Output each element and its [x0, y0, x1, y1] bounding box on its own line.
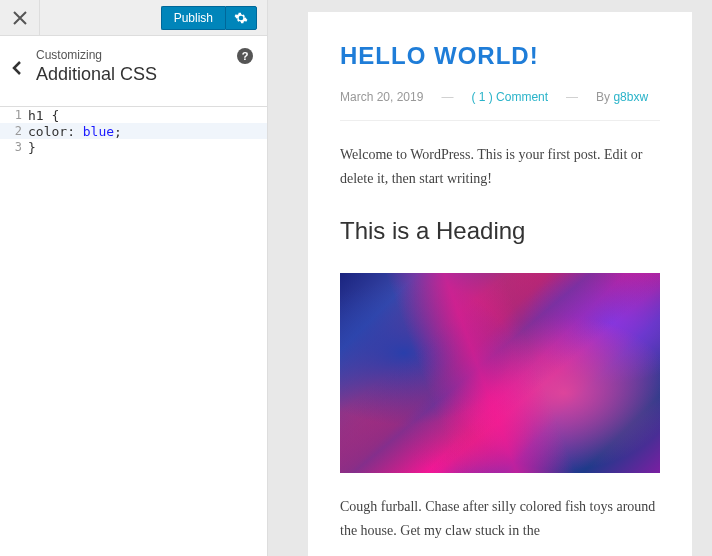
section-labels: Customizing Additional CSS	[36, 48, 253, 85]
preview-area: HELLO WORLD! March 20, 2019 — ( 1 ) Comm…	[268, 0, 712, 556]
css-code-editor[interactable]: 1 h1 { 2 color: blue; 3 }	[0, 107, 267, 556]
chevron-left-icon	[12, 60, 22, 76]
byline: By g8bxw	[596, 90, 648, 104]
post-card: HELLO WORLD! March 20, 2019 — ( 1 ) Comm…	[308, 12, 692, 556]
line-number: 3	[0, 139, 28, 155]
help-button[interactable]: ?	[237, 48, 253, 64]
code-text: h1 {	[28, 107, 267, 123]
customizing-label: Customizing	[36, 48, 253, 62]
code-text: }	[28, 139, 267, 155]
code-text: color: blue;	[28, 123, 267, 139]
gear-icon	[234, 11, 248, 25]
customizer-top-bar: Publish	[0, 0, 267, 36]
post-body: Welcome to WordPress. This is your first…	[340, 143, 660, 543]
code-line: 2 color: blue;	[0, 123, 267, 139]
meta-separator: —	[566, 90, 578, 104]
line-number: 1	[0, 107, 28, 123]
back-button[interactable]	[4, 44, 30, 92]
author-link[interactable]: g8bxw	[613, 90, 648, 104]
post-intro: Welcome to WordPress. This is your first…	[340, 143, 660, 191]
section-title: Additional CSS	[36, 64, 253, 85]
customizer-panel: Publish Customizing Additional CSS ? 1 h…	[0, 0, 268, 556]
code-line: 1 h1 {	[0, 107, 267, 123]
publish-button[interactable]: Publish	[161, 6, 225, 30]
post-heading: This is a Heading	[340, 211, 660, 252]
section-header: Customizing Additional CSS ?	[0, 36, 267, 107]
post-title[interactable]: HELLO WORLD!	[340, 42, 660, 70]
help-icon: ?	[242, 50, 249, 62]
post-paragraph: Cough furball. Chase after silly colored…	[340, 495, 660, 543]
top-actions: Publish	[161, 6, 257, 30]
settings-button[interactable]	[225, 6, 257, 30]
post-image	[340, 273, 660, 473]
close-button[interactable]	[0, 0, 40, 36]
line-number: 2	[0, 123, 28, 139]
meta-separator: —	[441, 90, 453, 104]
post-meta: March 20, 2019 — ( 1 ) Comment — By g8bx…	[340, 90, 660, 121]
comments-link[interactable]: ( 1 ) Comment	[471, 90, 548, 104]
close-icon	[13, 11, 27, 25]
post-date: March 20, 2019	[340, 90, 423, 104]
code-line: 3 }	[0, 139, 267, 155]
